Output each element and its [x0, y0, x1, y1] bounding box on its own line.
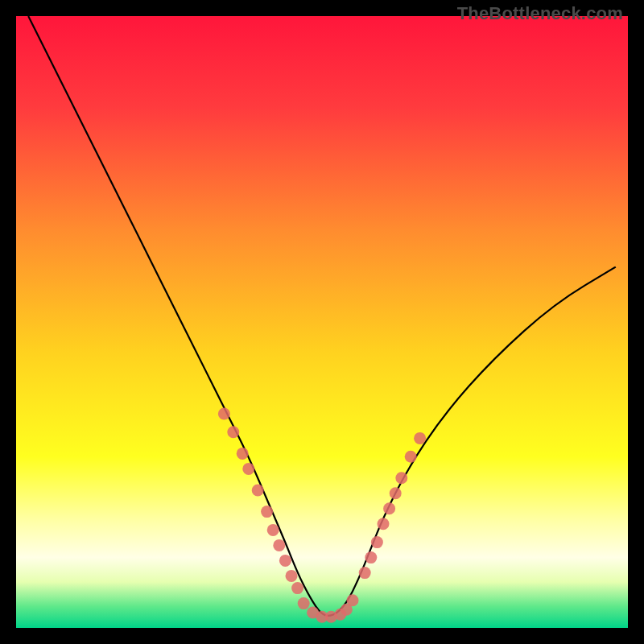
- marker-point: [273, 539, 285, 551]
- marker-point: [359, 567, 371, 579]
- marker-point: [298, 597, 310, 609]
- marker-point: [252, 485, 264, 497]
- marker-point: [291, 582, 303, 594]
- marker-point: [279, 555, 291, 567]
- watermark-text: TheBottleneck.com: [457, 3, 623, 24]
- marker-point: [414, 432, 426, 444]
- marker-point: [365, 551, 377, 564]
- marker-point: [405, 451, 417, 463]
- chart-svg: [16, 16, 628, 628]
- marker-point: [286, 570, 298, 582]
- marker-point: [218, 408, 230, 420]
- marker-point: [267, 524, 279, 536]
- marker-point: [261, 506, 273, 518]
- marker-point: [383, 502, 395, 514]
- marker-point: [390, 487, 402, 499]
- marker-point: [227, 426, 239, 438]
- marker-point: [347, 594, 359, 606]
- marker-point: [395, 472, 407, 484]
- marker-point: [242, 463, 254, 475]
- chart-background: [16, 16, 628, 628]
- chart-frame: [16, 16, 628, 628]
- marker-point: [371, 536, 383, 548]
- marker-point: [237, 448, 249, 460]
- marker-point: [378, 518, 390, 530]
